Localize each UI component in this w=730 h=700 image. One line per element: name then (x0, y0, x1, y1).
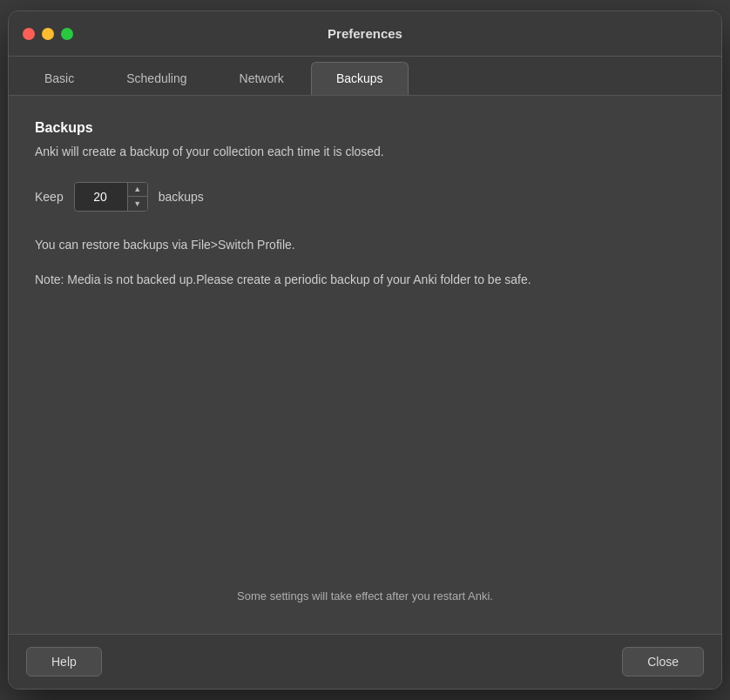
minimize-button[interactable] (42, 28, 54, 40)
keep-row: Keep ▲ ▼ backups (35, 182, 695, 212)
close-dialog-button[interactable]: Close (622, 647, 704, 676)
close-button[interactable] (23, 28, 35, 40)
preferences-window: Preferences Basic Scheduling Network Bac… (8, 10, 722, 690)
backup-count-spinner[interactable]: ▲ ▼ (74, 182, 148, 212)
footer: Help Close (9, 634, 721, 689)
help-button[interactable]: Help (26, 647, 102, 676)
spinner-up-button[interactable]: ▲ (128, 183, 147, 197)
tab-scheduling[interactable]: Scheduling (101, 62, 212, 95)
keep-label: Keep (35, 190, 64, 204)
section-title: Backups (35, 120, 695, 136)
title-bar: Preferences (9, 11, 721, 57)
tab-bar: Basic Scheduling Network Backups (9, 57, 721, 96)
tab-basic[interactable]: Basic (19, 62, 99, 95)
restore-note: You can restore backups via File>Switch … (35, 236, 695, 255)
backup-count-input[interactable] (75, 186, 127, 207)
window-title: Preferences (328, 26, 402, 41)
spinner-down-button[interactable]: ▼ (128, 197, 147, 211)
spinner-buttons: ▲ ▼ (127, 183, 147, 211)
tab-backups[interactable]: Backups (311, 62, 409, 95)
restart-notice: Some settings will take effect after you… (35, 589, 695, 602)
content-area: Backups Anki will create a backup of you… (9, 96, 721, 634)
spacer (35, 305, 695, 589)
maximize-button[interactable] (61, 28, 73, 40)
backups-label: backups (159, 190, 204, 204)
tab-network[interactable]: Network (214, 62, 309, 95)
media-note: Note: Media is not backed up.Please crea… (35, 271, 695, 290)
section-description: Anki will create a backup of your collec… (35, 143, 695, 161)
window-controls (23, 28, 73, 40)
